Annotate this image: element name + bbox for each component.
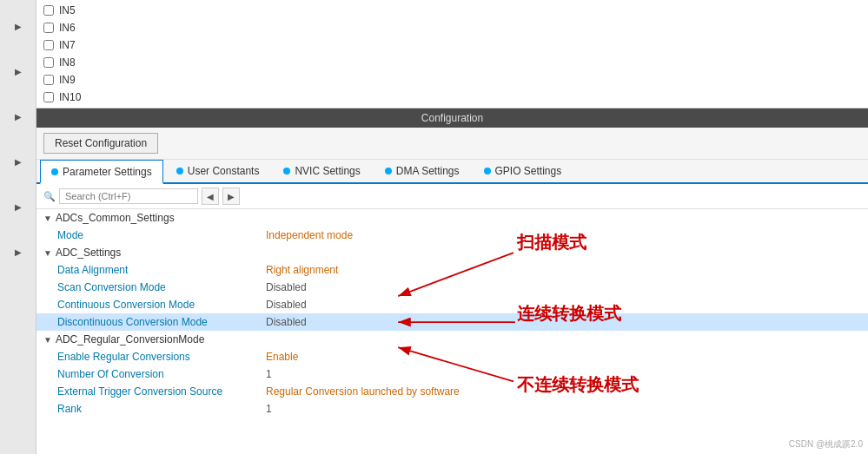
row-continuous-conversion-mode-label: Continuous Conversion Mode bbox=[57, 299, 266, 311]
group-adcs-common-label: ADCs_Common_Settings bbox=[56, 212, 175, 224]
group-adc-regular-label: ADC_Regular_ConversionMode bbox=[56, 333, 204, 345]
row-data-alignment-value: Right alignment bbox=[266, 264, 861, 276]
channel-in6[interactable]: IN6 bbox=[36, 19, 868, 36]
config-title: Configuration bbox=[421, 112, 483, 124]
main-content: IN5 IN6 IN7 IN8 IN9 IN10 Configuration R… bbox=[36, 0, 868, 454]
search-input[interactable] bbox=[59, 188, 198, 204]
config-toolbar: Reset Configuration bbox=[36, 128, 868, 160]
reset-configuration-button[interactable]: Reset Configuration bbox=[43, 133, 158, 154]
tab-nvic-settings-label: NVIC Settings bbox=[295, 165, 360, 177]
row-number-of-conversion-label: Number Of Conversion bbox=[57, 368, 266, 380]
tabs-bar: Parameter Settings User Constants NVIC S… bbox=[36, 160, 868, 184]
tab-dot-parameter bbox=[51, 168, 58, 175]
group-adc-settings-label: ADC_Settings bbox=[56, 247, 121, 259]
row-external-trigger[interactable]: External Trigger Conversion Source Regul… bbox=[36, 383, 868, 400]
channel-in9-checkbox[interactable] bbox=[43, 75, 54, 85]
channel-in7-label: IN7 bbox=[59, 39, 76, 51]
sidebar: ▶ ▶ ▶ ▶ ▶ ▶ bbox=[0, 0, 36, 454]
group-adc-regular[interactable]: ▼ ADC_Regular_ConversionMode bbox=[36, 331, 868, 348]
search-next-button[interactable]: ▶ bbox=[222, 188, 240, 205]
param-tree-wrapper: ▼ ADCs_Common_Settings Mode Independent … bbox=[36, 209, 868, 454]
channel-in10[interactable]: IN10 bbox=[36, 89, 868, 106]
row-discontinuous-conversion-mode[interactable]: Discontinuous Conversion Mode Disabled bbox=[36, 313, 868, 331]
row-scan-conversion-mode-label: Scan Conversion Mode bbox=[57, 281, 266, 293]
tab-gpio-settings-label: GPIO Settings bbox=[495, 165, 562, 177]
channel-in10-checkbox[interactable] bbox=[43, 92, 54, 102]
channel-in5-checkbox[interactable] bbox=[43, 5, 54, 16]
chevron-adc-regular-icon: ▼ bbox=[43, 335, 52, 345]
tab-nvic-settings[interactable]: NVIC Settings bbox=[272, 160, 371, 182]
row-rank[interactable]: Rank 1 bbox=[36, 400, 868, 418]
sidebar-arrow-2[interactable]: ▶ bbox=[11, 64, 25, 78]
tab-dma-settings-label: DMA Settings bbox=[396, 165, 460, 177]
row-data-alignment-label: Data Alignment bbox=[57, 264, 266, 276]
tab-dot-gpio bbox=[484, 168, 491, 174]
group-adcs-common[interactable]: ▼ ADCs_Common_Settings bbox=[36, 209, 868, 227]
sidebar-arrow-4[interactable]: ▶ bbox=[11, 155, 25, 168]
row-continuous-conversion-mode-value: Disabled bbox=[266, 299, 861, 311]
tab-user-constants-label: User Constants bbox=[188, 165, 260, 177]
channel-in7[interactable]: IN7 bbox=[36, 36, 868, 54]
row-rank-label: Rank bbox=[57, 403, 266, 415]
group-adc-settings[interactable]: ▼ ADC_Settings bbox=[36, 244, 868, 261]
tab-dot-user bbox=[176, 168, 183, 174]
search-icon: 🔍 bbox=[43, 191, 56, 202]
row-scan-conversion-mode[interactable]: Scan Conversion Mode Disabled bbox=[36, 279, 868, 296]
channel-in6-label: IN6 bbox=[59, 22, 76, 34]
search-prev-button[interactable]: ◀ bbox=[202, 188, 219, 205]
channel-in5-label: IN5 bbox=[59, 4, 76, 16]
row-external-trigger-label: External Trigger Conversion Source bbox=[57, 385, 266, 398]
row-external-trigger-value: Regular Conversion launched by software bbox=[266, 385, 861, 398]
channel-in5[interactable]: IN5 bbox=[36, 2, 868, 19]
search-bar: 🔍 ◀ ▶ bbox=[36, 184, 868, 209]
row-mode[interactable]: Mode Independent mode bbox=[36, 227, 868, 244]
row-number-of-conversion[interactable]: Number Of Conversion 1 bbox=[36, 365, 868, 383]
watermark: CSDN @桃成蹊2.0 bbox=[789, 438, 863, 451]
param-tree: ▼ ADCs_Common_Settings Mode Independent … bbox=[36, 209, 868, 454]
row-discontinuous-conversion-mode-label: Discontinuous Conversion Mode bbox=[57, 316, 266, 328]
row-data-alignment[interactable]: Data Alignment Right alignment bbox=[36, 261, 868, 279]
channel-in9-label: IN9 bbox=[59, 74, 76, 86]
config-header: Configuration bbox=[36, 109, 868, 128]
chevron-adc-settings-icon: ▼ bbox=[43, 248, 52, 258]
row-mode-label: Mode bbox=[57, 229, 266, 241]
sidebar-arrow-1[interactable]: ▶ bbox=[11, 19, 25, 33]
channel-in8-checkbox[interactable] bbox=[43, 57, 54, 68]
channel-in7-checkbox[interactable] bbox=[43, 40, 54, 50]
tab-dot-nvic bbox=[283, 168, 290, 174]
row-continuous-conversion-mode[interactable]: Continuous Conversion Mode Disabled bbox=[36, 296, 868, 313]
tab-parameter-settings[interactable]: Parameter Settings bbox=[40, 160, 163, 184]
row-discontinuous-conversion-mode-value: Disabled bbox=[266, 316, 861, 328]
sidebar-arrow-5[interactable]: ▶ bbox=[11, 200, 25, 214]
tab-user-constants[interactable]: User Constants bbox=[165, 160, 271, 182]
row-number-of-conversion-value: 1 bbox=[266, 368, 861, 380]
channel-in8-label: IN8 bbox=[59, 56, 76, 69]
row-enable-regular-conversions-value: Enable bbox=[266, 351, 861, 363]
channel-in8[interactable]: IN8 bbox=[36, 54, 868, 71]
sidebar-arrow-6[interactable]: ▶ bbox=[11, 245, 25, 259]
chevron-adcs-common-icon: ▼ bbox=[43, 214, 52, 223]
config-section: Configuration Reset Configuration Parame… bbox=[36, 109, 868, 454]
row-mode-value: Independent mode bbox=[266, 229, 861, 241]
channel-in9[interactable]: IN9 bbox=[36, 71, 868, 89]
channel-in10-label: IN10 bbox=[59, 91, 81, 103]
tab-gpio-settings[interactable]: GPIO Settings bbox=[473, 160, 573, 182]
row-rank-value: 1 bbox=[266, 403, 861, 415]
channel-in6-checkbox[interactable] bbox=[43, 23, 54, 33]
row-enable-regular-conversions[interactable]: Enable Regular Conversions Enable bbox=[36, 348, 868, 365]
channel-list: IN5 IN6 IN7 IN8 IN9 IN10 bbox=[36, 0, 868, 109]
tab-dma-settings[interactable]: DMA Settings bbox=[374, 160, 471, 182]
row-enable-regular-conversions-label: Enable Regular Conversions bbox=[57, 351, 266, 363]
sidebar-arrow-3[interactable]: ▶ bbox=[11, 109, 25, 123]
tab-dot-dma bbox=[385, 168, 392, 174]
tab-parameter-settings-label: Parameter Settings bbox=[63, 166, 152, 178]
row-scan-conversion-mode-value: Disabled bbox=[266, 281, 861, 293]
